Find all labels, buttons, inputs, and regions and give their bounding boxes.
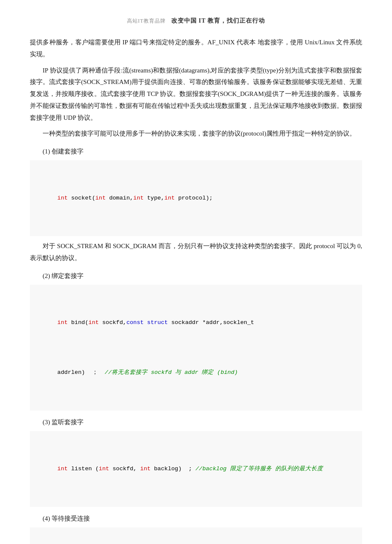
paragraph-2: IP 协议提供了两种通信手段:流(streams)和数据报(datagrams)… <box>30 65 362 124</box>
s3-comment-text: 限定了等待服务 的队列的最大长度 <box>227 466 323 472</box>
s3-kw-int3: int <box>140 466 150 472</box>
code-kw-int1: int <box>58 195 68 201</box>
s3-fn-backlog: backlog) <box>150 466 185 472</box>
section1-code: int socket(int domain,int type,int proto… <box>30 160 362 237</box>
paragraph-3: 一种类型的套接字可能可以使用多于一种的协议来实现，套接字的协议(protocol… <box>30 128 362 140</box>
section4-code: int accept(int sockfd,struct sockaddr *a… <box>30 527 362 544</box>
s3-fn-listen: listen ( <box>68 466 99 472</box>
header-brand: 高站IT教育品牌 改变中国 IT 教育，找们正在行动 <box>30 17 362 25</box>
s3-kw-int2: int <box>99 466 109 472</box>
code-kw-int3: int <box>133 195 144 201</box>
s3-comment-backlog: //backlog <box>196 466 227 472</box>
code-fn-socket: socket( <box>68 195 95 201</box>
section1-title: (1) 创建套接字 <box>43 146 362 158</box>
section4-title: (4) 等待接受连接 <box>43 513 362 525</box>
paragraph-1: 提供多种服务，客户端需要使用 IP 端口号来指定特定的服务。AF_UNIX 代表… <box>30 37 362 61</box>
main-content: 提供多种服务，客户端需要使用 IP 端口号来指定特定的服务。AF_UNIX 代表… <box>30 37 362 544</box>
code-kw-int2: int <box>95 195 106 201</box>
section3-code: int listen (int sockfd, int backlog) ; /… <box>30 431 362 507</box>
s3-fn-semi: ; <box>185 466 195 472</box>
code-fn-type: type, <box>144 195 164 201</box>
section3-title: (3) 监听套接字 <box>43 417 362 428</box>
code-fn-protocol: protocol); <box>175 195 213 201</box>
s2-kw-int2: int <box>89 319 99 326</box>
paragraph-4: 对于 SOCK_STREAM 和 SOCK_DGRAM 而言，分别只有一种协议支… <box>30 240 362 264</box>
s2-fn-bind: bind( <box>68 319 89 326</box>
s3-kw-int: int <box>58 466 68 472</box>
code-fn-domain: domain, <box>106 195 133 201</box>
section2-title: (2) 绑定套接字 <box>43 270 362 282</box>
s2-fn-sockfd: sockfd, <box>99 319 127 326</box>
s2-fn-sockaddr: sockaddr *addr,socklen_t <box>168 319 254 326</box>
brand-small: 高站IT教育品牌 <box>127 18 166 24</box>
brand-slogan: 改变中国 IT 教育，找们正在行动 <box>171 17 265 24</box>
s3-fn-sockfd: sockfd, <box>109 466 140 472</box>
s2-kw-const: const <box>127 319 144 326</box>
s2-kw-struct: struct <box>147 319 168 326</box>
s2-comment: //将无名套接字 sockfd 与 addr 绑定 (bind) <box>105 369 238 376</box>
s2-kw-int: int <box>58 319 68 326</box>
s2-fn-addrlen: addrlen) ； <box>58 369 105 376</box>
code-kw-int4: int <box>164 195 175 201</box>
section2-code: int bind(int sockfd,const struct sockadd… <box>30 285 362 411</box>
